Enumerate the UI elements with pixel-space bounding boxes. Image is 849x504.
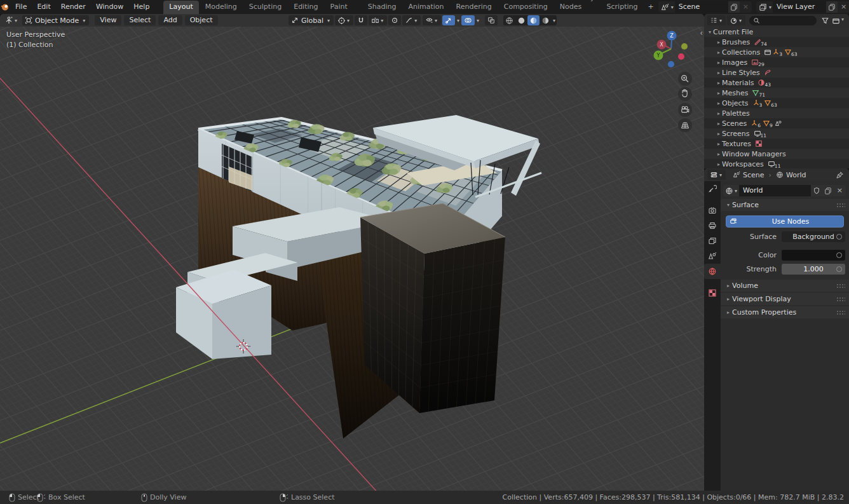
gizmo-minus-x-ball[interactable]	[678, 53, 684, 60]
outliner-row-materials[interactable]: ▸Materials43	[704, 78, 849, 88]
disclosure-triangle-icon[interactable]: ▸	[716, 90, 722, 96]
disclosure-triangle-icon[interactable]: ▸	[716, 50, 722, 55]
shading-solid-button[interactable]	[515, 15, 527, 25]
gizmo-minus-z-ball[interactable]	[668, 61, 674, 67]
menu-window[interactable]: Window	[91, 0, 128, 14]
outliner-row-brushes[interactable]: ▸Brushes74	[704, 37, 849, 47]
orientation-selector[interactable]: Global ▾	[289, 15, 334, 25]
gizmo-minus-y-ball[interactable]	[681, 43, 688, 50]
section-volume[interactable]: ▸Volume	[721, 280, 849, 292]
breadcrumb-world[interactable]: World	[786, 171, 806, 179]
outliner-row-palettes[interactable]: ▸Palettes	[704, 108, 849, 118]
outliner-search[interactable]	[749, 16, 817, 25]
workspace-tab-compositing[interactable]: Compositing	[498, 1, 554, 14]
outliner-row-current-file[interactable]: ▾Current File	[704, 27, 849, 37]
new-scene-button[interactable]	[728, 1, 740, 13]
properties-tab-output[interactable]	[704, 218, 721, 233]
workspace-tab-geometry-nodes[interactable]: Geometry Nodes	[554, 0, 601, 14]
disclosure-triangle-icon[interactable]: ▸	[716, 39, 722, 45]
strength-slider[interactable]: 1.000	[782, 264, 845, 275]
falloff-selector[interactable]: ▾	[402, 15, 421, 25]
outliner-row-line-styles[interactable]: ▸Line Styles	[704, 67, 849, 78]
pan-button[interactable]	[678, 87, 692, 101]
drag-grip-icon[interactable]	[836, 203, 845, 208]
menu-render[interactable]: Render	[56, 0, 91, 14]
perspective-toggle-button[interactable]	[678, 118, 692, 132]
properties-tab-render[interactable]	[704, 203, 721, 218]
chevron-down-icon[interactable]: ▾	[475, 18, 480, 24]
overlays-toggle[interactable]	[461, 15, 475, 25]
outliner-display-mode-selector[interactable]: ▾	[707, 15, 726, 25]
new-collection-button[interactable]: ▾	[831, 17, 849, 25]
scene-name[interactable]: Scene	[675, 1, 728, 13]
workspace-tab-uv-editing[interactable]: UV Editing	[288, 0, 323, 14]
properties-tab-texture[interactable]	[704, 285, 721, 301]
scene-selector[interactable]: ▾ Scene ×	[658, 1, 752, 13]
outliner-filter-id-type[interactable]: ▾	[727, 15, 745, 25]
properties-tab-scene[interactable]	[704, 249, 721, 264]
workspace-tab-rendering[interactable]: Rendering	[451, 1, 498, 14]
outliner-row-window-managers[interactable]: ▸Window Managers	[704, 149, 849, 159]
section-surface[interactable]: ▾ Surface	[721, 199, 849, 211]
properties-tab-tool[interactable]	[704, 181, 721, 196]
outliner-row-scenes[interactable]: ▸Scenes69	[704, 118, 849, 128]
viewport-menu-add[interactable]: Add	[158, 15, 182, 25]
shading-material-preview-button[interactable]	[527, 15, 540, 25]
blender-logo-icon[interactable]	[0, 2, 10, 12]
view-layer-name[interactable]: View Layer	[773, 1, 826, 13]
outliner-row-collections[interactable]: ▸Collections363	[704, 47, 849, 57]
disclosure-triangle-icon[interactable]: ▸	[716, 100, 722, 106]
world-name-field[interactable]: World	[739, 185, 811, 196]
disclosure-triangle-icon[interactable]: ▸	[716, 121, 722, 126]
section-viewport-display[interactable]: ▸Viewport Display	[721, 293, 849, 305]
workspace-tab-shading[interactable]: Shading	[362, 1, 402, 14]
sidebar-toggle-icon[interactable]: ‹	[700, 29, 703, 37]
gizmos-toggle[interactable]	[442, 15, 455, 25]
3d-viewport[interactable]: User Perspective (1) Collection ‹ Z X Y	[0, 27, 704, 491]
gizmo-y-label[interactable]: Y	[656, 53, 660, 58]
menu-file[interactable]: File	[10, 0, 32, 14]
workspace-tab-animation[interactable]: Animation	[402, 1, 449, 14]
workspace-tab-scripting[interactable]: Scripting	[601, 1, 644, 14]
outliner-filter-button[interactable]	[820, 17, 831, 25]
gizmo-z-label[interactable]: Z	[670, 33, 674, 39]
drag-grip-icon[interactable]	[836, 283, 845, 289]
use-nodes-button[interactable]: Use Nodes	[726, 215, 844, 228]
xray-toggle[interactable]	[485, 15, 498, 25]
viewport-menu-select[interactable]: Select	[124, 15, 156, 25]
unlink-world-button[interactable]: ×	[834, 185, 846, 196]
disclosure-triangle-icon[interactable]: ▸	[716, 151, 722, 157]
disclosure-triangle-icon[interactable]: ▸	[716, 80, 722, 86]
outliner-row-objects[interactable]: ▸Objects363	[704, 98, 849, 108]
workspace-tab-sculpting[interactable]: Sculpting	[243, 1, 287, 14]
disclosure-triangle-icon[interactable]: ▸	[716, 70, 722, 76]
outliner-row-textures[interactable]: ▸Textures	[704, 139, 849, 149]
pin-id-button[interactable]	[836, 171, 844, 179]
drag-grip-icon[interactable]	[836, 297, 845, 302]
shading-wireframe-button[interactable]	[503, 15, 515, 25]
workspace-tab-texture-paint[interactable]: Texture Paint	[325, 0, 362, 14]
zoom-button[interactable]	[678, 72, 692, 86]
outliner-row-screens[interactable]: ▸Screens11	[704, 128, 849, 139]
breadcrumb-scene[interactable]: Scene	[743, 171, 764, 179]
remove-view-layer-button[interactable]: ×	[838, 1, 849, 13]
world-color-field[interactable]	[782, 250, 845, 261]
node-socket-icon[interactable]	[836, 234, 842, 240]
orientation-gizmo[interactable]: Z X Y	[654, 31, 688, 68]
pivot-point-selector[interactable]: ▾	[335, 15, 353, 25]
menu-help[interactable]: Help	[128, 0, 154, 14]
view-layer-selector[interactable]: ▾ View Layer ×	[756, 1, 849, 13]
unlink-scene-button[interactable]: ×	[740, 1, 752, 13]
disclosure-triangle-icon[interactable]: ▾	[707, 29, 713, 35]
chevron-down-icon[interactable]: ▾	[456, 18, 461, 24]
viewport-menu-object[interactable]: Object	[185, 15, 218, 25]
disclosure-triangle-icon[interactable]: ▸	[716, 141, 722, 147]
fake-user-button[interactable]	[811, 185, 822, 196]
new-world-button[interactable]	[822, 185, 834, 196]
workspace-tab-modeling[interactable]: Modeling	[200, 1, 243, 14]
gizmo-x-label[interactable]: X	[660, 42, 663, 48]
menu-edit[interactable]: Edit	[32, 0, 55, 14]
outliner-row-meshes[interactable]: ▸Meshes71	[704, 88, 849, 98]
mode-selector[interactable]: Object Mode ▾	[22, 15, 89, 25]
node-socket-icon[interactable]	[836, 252, 842, 258]
